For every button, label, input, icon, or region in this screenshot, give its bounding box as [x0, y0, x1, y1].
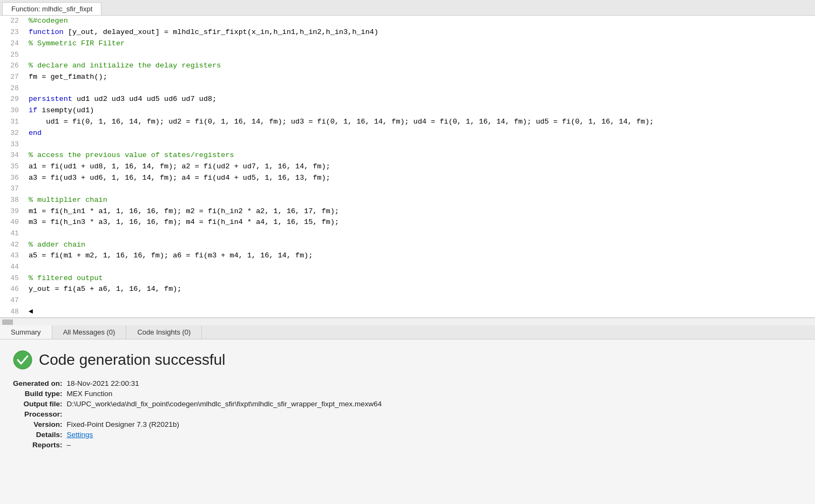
line-content [24, 50, 815, 60]
line-number: 45 [0, 273, 24, 284]
line-number: 42 [0, 240, 24, 251]
line-number: 34 [0, 150, 24, 161]
table-row: 37 [0, 183, 815, 194]
line-number: 23 [0, 27, 24, 38]
line-content: persistent ud1 ud2 ud3 ud4 ud5 ud6 ud7 u… [24, 94, 815, 105]
table-row: 46y_out = fi(a5 + a6, 1, 16, 14, fm); [0, 284, 815, 295]
info-row: Processor: [13, 409, 386, 419]
table-row: 48◄ [0, 307, 815, 318]
line-number: 31 [0, 117, 24, 128]
settings-link[interactable]: Settings [67, 431, 93, 439]
table-row: 47 [0, 295, 815, 306]
line-number: 39 [0, 206, 24, 217]
table-row: 28 [0, 83, 815, 94]
line-content: % declare and initialize the delay regis… [24, 60, 815, 72]
info-label: Generated on: [13, 378, 67, 389]
line-content: function [y_out, delayed_xout] = mlhdlc_… [24, 27, 815, 38]
line-content: % access the previous value of states/re… [24, 150, 815, 161]
line-content: a3 = fi(ud3 + ud6, 1, 16, 14, fm); a4 = … [24, 173, 815, 184]
table-row: 38% multiplier chain [0, 195, 815, 206]
line-number: 32 [0, 128, 24, 139]
line-content: % filtered output [24, 273, 815, 284]
bottom-tab[interactable]: All Messages (0) [52, 325, 127, 339]
success-icon [13, 350, 32, 370]
line-content [24, 262, 815, 273]
horizontal-scrollbar[interactable] [0, 318, 815, 325]
line-number: 46 [0, 284, 24, 295]
success-title: Code generation successful [39, 351, 226, 369]
table-row: 45% filtered output [0, 273, 815, 284]
table-row: 35a1 = fi(ud1 + ud8, 1, 16, 14, fm); a2 … [0, 161, 815, 173]
line-number: 30 [0, 105, 24, 117]
function-tab[interactable]: Function: mlhdlc_sfir_fixpt [2, 2, 101, 15]
line-number: 27 [0, 72, 24, 83]
info-row: Build type:MEX Function [13, 389, 386, 399]
table-row: 27fm = get_fimath(); [0, 72, 815, 83]
info-value: D:\UPC_work\eda\hdl_fix_point\codegen\ml… [67, 399, 386, 409]
line-number: 29 [0, 94, 24, 105]
table-row: 22%#codegen [0, 16, 815, 27]
line-number: 22 [0, 16, 24, 27]
table-row: 25 [0, 50, 815, 60]
table-row: 29persistent ud1 ud2 ud3 ud4 ud5 ud6 ud7… [0, 94, 815, 105]
table-row: 34% access the previous value of states/… [0, 150, 815, 161]
line-content: a5 = fi(m1 + m2, 1, 16, 16, fm); a6 = fi… [24, 250, 815, 262]
line-number: 28 [0, 83, 24, 94]
table-row: 23function [y_out, delayed_xout] = mlhdl… [0, 27, 815, 38]
table-row: 41 [0, 228, 815, 239]
line-content: a1 = fi(ud1 + ud8, 1, 16, 14, fm); a2 = … [24, 161, 815, 173]
line-content [24, 295, 815, 306]
line-number: 25 [0, 50, 24, 60]
line-content: %#codegen [24, 16, 815, 27]
table-row: 32end [0, 128, 815, 139]
line-content: if isempty(ud1) [24, 105, 815, 117]
table-row: 40m3 = fi(h_in3 * a3, 1, 16, 16, fm); m4… [0, 217, 815, 228]
line-number: 38 [0, 195, 24, 206]
line-number: 37 [0, 183, 24, 194]
bottom-tab[interactable]: Summary [0, 325, 52, 339]
scrollbar-thumb[interactable] [2, 319, 13, 325]
table-row: 24% Symmetric FIR Filter [0, 38, 815, 50]
line-number: 47 [0, 295, 24, 306]
info-value: Settings [67, 430, 386, 440]
info-label: Details: [13, 430, 67, 440]
info-value: 18-Nov-2021 22:00:31 [67, 378, 386, 389]
line-number: 41 [0, 228, 24, 239]
info-label: Processor: [13, 409, 67, 419]
summary-panel: Code generation successful Generated on:… [0, 339, 815, 461]
line-content: end [24, 128, 815, 139]
line-content [24, 228, 815, 239]
info-table: Generated on:18-Nov-2021 22:00:31Build t… [13, 378, 386, 450]
bottom-tab[interactable]: Code Insights (0) [126, 325, 202, 339]
table-row: 30if isempty(ud1) [0, 105, 815, 117]
info-value [67, 409, 386, 419]
table-row: 44 [0, 262, 815, 273]
line-content: m1 = fi(h_in1 * a1, 1, 16, 16, fm); m2 =… [24, 206, 815, 217]
table-row: 43a5 = fi(m1 + m2, 1, 16, 16, fm); a6 = … [0, 250, 815, 262]
info-row: Generated on:18-Nov-2021 22:00:31 [13, 378, 386, 389]
info-row: Details:Settings [13, 430, 386, 440]
info-value: MEX Function [67, 389, 386, 399]
line-content: % adder chain [24, 240, 815, 251]
table-row: 31 ud1 = fi(0, 1, 16, 14, fm); ud2 = fi(… [0, 117, 815, 128]
tab-bar: Function: mlhdlc_sfir_fixpt [0, 0, 815, 16]
line-content: y_out = fi(a5 + a6, 1, 16, 14, fm); [24, 284, 815, 295]
table-row: 39m1 = fi(h_in1 * a1, 1, 16, 16, fm); m2… [0, 206, 815, 217]
line-content: m3 = fi(h_in3 * a3, 1, 16, 16, fm); m4 =… [24, 217, 815, 228]
line-number: 26 [0, 60, 24, 72]
line-number: 33 [0, 139, 24, 150]
line-content: % multiplier chain [24, 195, 815, 206]
info-value: Fixed-Point Designer 7.3 (R2021b) [67, 419, 386, 430]
table-row: 33 [0, 139, 815, 150]
info-row: Reports:– [13, 440, 386, 450]
line-content [24, 83, 815, 94]
info-row: Output file:D:\UPC_work\eda\hdl_fix_poin… [13, 399, 386, 409]
line-number: 36 [0, 173, 24, 184]
table-row: 42% adder chain [0, 240, 815, 251]
line-number: 24 [0, 38, 24, 50]
info-label: Output file: [13, 399, 67, 409]
info-label: Reports: [13, 440, 67, 450]
bottom-tabs: SummaryAll Messages (0)Code Insights (0) [0, 325, 815, 339]
code-editor[interactable]: 22%#codegen23function [y_out, delayed_xo… [0, 16, 815, 318]
line-content: fm = get_fimath(); [24, 72, 815, 83]
